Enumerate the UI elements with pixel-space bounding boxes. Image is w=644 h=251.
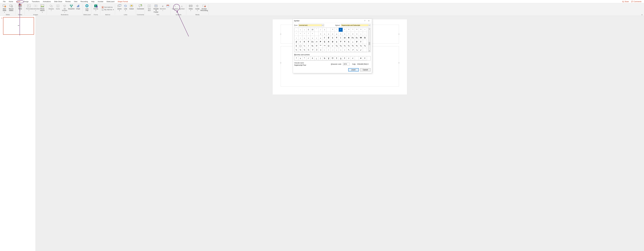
tab-design[interactable]: Design xyxy=(22,0,30,3)
char-cell[interactable]: € xyxy=(298,40,302,44)
chart-button[interactable]: Chart xyxy=(75,4,82,14)
table-button[interactable]: Table▾ xyxy=(17,4,24,14)
char-cell[interactable]: ₊ xyxy=(359,32,363,36)
char-code-input[interactable] xyxy=(343,63,350,66)
char-cell[interactable]: ₃ xyxy=(331,32,335,36)
char-cell[interactable]: ↑ xyxy=(327,48,331,52)
char-cell[interactable]: ₉ xyxy=(355,32,359,36)
zoom-button[interactable]: Zoom▾ xyxy=(116,4,123,14)
comment-button[interactable]: Comment xyxy=(137,4,144,14)
char-cell[interactable]: ₺ xyxy=(347,40,351,44)
char-cell[interactable]: ⁇ xyxy=(310,28,314,32)
dialog-close-button[interactable]: ✕ xyxy=(367,20,371,22)
char-cell[interactable]: ₄ xyxy=(335,32,339,36)
char-cell[interactable]: ⁺ xyxy=(363,28,367,32)
char-cell[interactable]: ⁵ xyxy=(343,28,347,32)
recent-char-cell[interactable]: é xyxy=(351,56,355,60)
char-cell[interactable]: ⁼ xyxy=(298,32,302,36)
smartart-button[interactable]: SmartArt xyxy=(68,4,75,14)
char-cell[interactable]: Ↄ xyxy=(314,48,318,52)
tab-insert[interactable]: Insert xyxy=(15,0,22,3)
char-cell[interactable]: ⁿ xyxy=(310,32,314,36)
char-cell[interactable]: ₳ xyxy=(327,40,331,44)
char-cell[interactable] xyxy=(314,32,318,36)
audio-button[interactable]: Audio▾ xyxy=(194,4,201,14)
char-cell[interactable]: ⁸ xyxy=(355,28,359,32)
recent-char-cell[interactable]: ⁰ xyxy=(302,56,306,60)
shapes-button[interactable]: Shapes▾ xyxy=(48,4,54,14)
tab-acrobat[interactable]: Acrobat xyxy=(96,0,105,3)
cancel-button[interactable]: Cancel xyxy=(360,68,370,72)
recent-char-cell[interactable]: é xyxy=(347,56,351,60)
char-cell[interactable]: ⅚ xyxy=(363,44,367,48)
recent-char-cell[interactable]: Ʃ xyxy=(335,56,339,60)
photo-album-button[interactable]: Photo Album▾ xyxy=(39,4,46,14)
char-cell[interactable]: ⅘ xyxy=(355,44,359,48)
resize-handle[interactable] xyxy=(280,34,281,35)
char-cell[interactable]: ₵ xyxy=(331,36,335,40)
recent-char-cell[interactable]: ʪ xyxy=(322,56,327,60)
char-cell[interactable]: ₔ xyxy=(318,36,322,40)
char-cell[interactable]: ⅟ xyxy=(310,48,314,52)
slide-thumbnail[interactable]: m² xyxy=(3,17,34,35)
share-button[interactable]: Share xyxy=(621,0,630,3)
font-combo[interactable]: (normal text) ▾ xyxy=(298,24,324,26)
my-addins-button[interactable]: My Add-ins▾ xyxy=(102,8,114,11)
tab-slideshow[interactable]: Slide Show xyxy=(52,0,64,3)
pictures-button[interactable]: Pictures▾ xyxy=(26,4,32,14)
wordart-button[interactable]: A WordArt▾ xyxy=(159,4,166,14)
tab-home[interactable]: Home xyxy=(7,0,15,3)
char-cell[interactable]: ₮ xyxy=(306,40,310,44)
recent-char-cell[interactable]: ( xyxy=(318,56,322,60)
char-cell[interactable]: ₴ xyxy=(331,40,335,44)
char-cell[interactable]: ₣ xyxy=(322,36,327,40)
collapse-ribbon-button[interactable]: ▲ xyxy=(641,14,643,15)
char-cell[interactable]: ₐ xyxy=(302,36,306,40)
char-cell[interactable]: ₁ xyxy=(322,32,327,36)
char-cell[interactable]: ⅗ xyxy=(351,44,355,48)
char-cell[interactable]: ₾ xyxy=(359,40,363,44)
action-button[interactable]: Action xyxy=(128,4,135,14)
char-cell[interactable]: ₆ xyxy=(343,32,347,36)
recent-char-cell[interactable]: ♥ xyxy=(359,56,363,60)
dialog-titlebar[interactable]: Symbol ? ✕ xyxy=(293,19,372,23)
char-cell[interactable]: ₎ xyxy=(298,36,302,40)
scroll-down-icon[interactable]: ▾ xyxy=(369,50,370,52)
char-cell[interactable]: ₥ xyxy=(343,36,347,40)
char-cell[interactable]: ⅞ xyxy=(306,48,310,52)
char-cell[interactable]: Do xyxy=(310,40,314,44)
char-cell[interactable]: ₓ xyxy=(314,36,318,40)
tab-animations[interactable]: Animations xyxy=(41,0,52,3)
char-cell[interactable]: Rs xyxy=(355,36,359,40)
header-footer-button[interactable]: Header & Footer xyxy=(153,4,159,14)
char-cell[interactable]: ₹ xyxy=(335,36,339,40)
char-cell[interactable]: ₑ xyxy=(306,36,310,40)
char-cell[interactable]: ₼ xyxy=(351,40,355,44)
insert-button[interactable]: Insert xyxy=(348,68,359,72)
char-cell[interactable]: ™ xyxy=(322,44,327,48)
textbox-button[interactable]: A Text Box xyxy=(146,4,153,14)
tab-file[interactable]: File xyxy=(1,0,7,3)
slide-canvas[interactable]: Symbol ? ✕ Font: (normal text) ▾ Subset: xyxy=(272,19,407,94)
resize-handle[interactable] xyxy=(398,34,400,35)
reuse-slides-button[interactable]: Reuse Slides xyxy=(8,4,14,14)
screen-recording-button[interactable]: Screen Recording xyxy=(201,4,208,14)
char-cell[interactable]: ₽ xyxy=(355,40,359,44)
char-cell[interactable]: ₤ xyxy=(339,36,343,40)
char-cell[interactable]: ⁻ xyxy=(294,32,298,36)
recent-char-cell[interactable]: Ʊ xyxy=(331,56,335,60)
char-cell[interactable]: ⁱ xyxy=(335,28,339,32)
char-cell[interactable]: ℮ xyxy=(331,44,335,48)
char-cell[interactable]: ⁞ xyxy=(322,28,327,32)
char-cell[interactable]: ₒ xyxy=(310,36,314,40)
char-cell[interactable]: ⅖ xyxy=(347,44,351,48)
char-cell[interactable]: ⁴ xyxy=(339,28,343,32)
recent-char-cell[interactable]: € xyxy=(363,56,367,60)
link-button[interactable]: Link▾ xyxy=(123,4,128,14)
char-cell[interactable]: ⁰ xyxy=(331,28,335,32)
recent-char-cell[interactable]: ✓ xyxy=(306,56,310,60)
recent-char-cell[interactable]: ʓ xyxy=(339,56,343,60)
char-cell[interactable]: ₡ xyxy=(327,36,331,40)
char-cell[interactable]: ₹ xyxy=(343,40,347,44)
char-cell[interactable]: ⁷ xyxy=(351,28,355,32)
